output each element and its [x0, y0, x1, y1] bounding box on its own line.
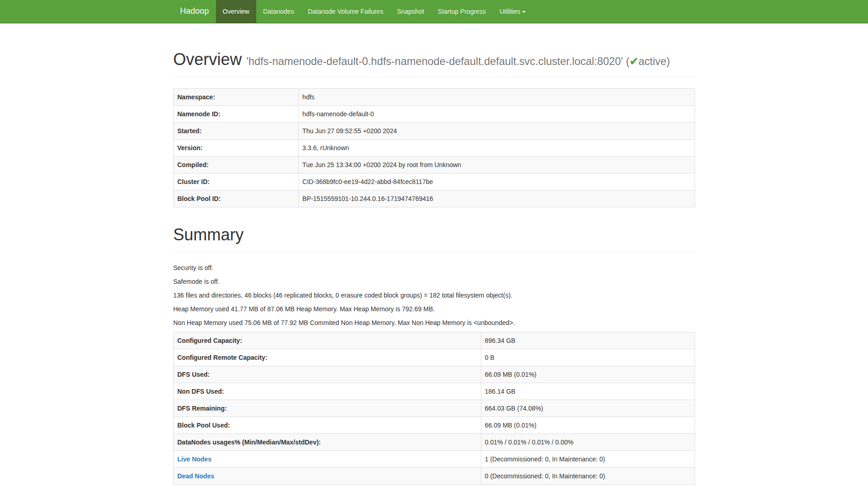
row-value: 0 B [481, 349, 695, 366]
overview-page-header: Overview 'hdfs-namenode-default-0.hdfs-n… [173, 50, 695, 77]
row-label: Configured Capacity: [173, 332, 481, 349]
namenode-state: (✔active) [626, 55, 670, 67]
hadoop-brand[interactable]: Hadoop [173, 0, 216, 23]
cluster-summary-table: Configured Capacity: 896.34 GB Configure… [173, 332, 695, 485]
row-label: Non DFS Used: [173, 383, 481, 400]
row-value: BP-1515559101-10.244.0.16-1719474769416 [298, 190, 695, 207]
row-label: DataNodes usages% (Min/Median/Max/stdDev… [173, 434, 481, 451]
nav-tab-overview: Overview [216, 0, 256, 23]
summary-section-title: Summary [173, 226, 695, 244]
row-value: 186.14 GB [481, 383, 695, 400]
table-row: Configured Capacity: 896.34 GB [173, 332, 695, 349]
row-value: Thu Jun 27 09:52:55 +0200 2024 [298, 122, 695, 139]
row-label: Version: [173, 139, 298, 156]
table-row: DFS Remaining: 664.03 GB (74.08%) [173, 400, 695, 417]
active-check-icon: ✔ [630, 55, 639, 67]
namenode-address: 'hdfs-namenode-default-0.hdfs-namenode-d… [247, 55, 670, 67]
summary-status-text: Security is off. Safemode is off. 136 fi… [173, 263, 695, 327]
nav-tab-startup-progress: Startup Progress [431, 0, 493, 23]
table-row: Configured Remote Capacity: 0 B [173, 349, 695, 366]
table-row: Namespace: hdfs [173, 88, 695, 105]
row-value: 66.09 MB (0.01%) [481, 417, 695, 434]
namenode-info-table: Namespace: hdfs Namenode ID: hdfs-nameno… [173, 88, 695, 207]
table-row: DFS Used: 66.09 MB (0.01%) [173, 366, 695, 383]
row-value: hdfs-namenode-default-0 [298, 105, 695, 122]
nav-tab-startup-progress-link[interactable]: Startup Progress [431, 0, 493, 23]
summary-page-header: Summary [173, 226, 695, 253]
table-row: Block Pool ID: BP-1515559101-10.244.0.16… [173, 190, 695, 207]
row-label: Started: [173, 122, 298, 139]
row-label: Block Pool ID: [173, 190, 298, 207]
row-label: Dead Nodes [173, 468, 481, 485]
row-label: Namenode ID: [173, 105, 298, 122]
row-value: 896.34 GB [481, 332, 695, 349]
nav-tab-overview-link[interactable]: Overview [216, 0, 256, 23]
dead-nodes-link[interactable]: Dead Nodes [178, 472, 215, 480]
non-heap-memory-status: Non Heap Memory used 75.06 MB of 77.92 M… [173, 318, 695, 327]
nav-tab-datanode-volume-failures-link[interactable]: Datanode Volume Failures [301, 0, 390, 23]
row-label: Compiled: [173, 156, 298, 173]
row-label: DFS Remaining: [173, 400, 481, 417]
nav-tab-datanodes-link[interactable]: Datanodes [256, 0, 301, 23]
nav-dropdown-utilities: Utilities [493, 0, 533, 23]
page-title: Overview 'hdfs-namenode-default-0.hdfs-n… [173, 50, 695, 69]
state-label: active [638, 55, 666, 67]
row-value: 66.09 MB (0.01%) [481, 366, 695, 383]
nav-tab-snapshot: Snapshot [390, 0, 431, 23]
row-value: 0 (Decommissioned: 0, In Maintenance: 0) [481, 468, 695, 485]
table-row: Block Pool Used: 66.09 MB (0.01%) [173, 417, 695, 434]
table-row: Version: 3.3.6, rUnknown [173, 139, 695, 156]
row-value: 3.3.6, rUnknown [298, 139, 695, 156]
chevron-down-icon [522, 11, 526, 13]
table-row: Namenode ID: hdfs-namenode-default-0 [173, 105, 695, 122]
main-content: Overview 'hdfs-namenode-default-0.hdfs-n… [167, 50, 702, 485]
row-label: Live Nodes [173, 451, 481, 468]
table-row: Live Nodes 1 (Decommissioned: 0, In Main… [173, 451, 695, 468]
top-navbar: Hadoop Overview Datanodes Datanode Volum… [0, 0, 868, 23]
row-label: Block Pool Used: [173, 417, 481, 434]
table-row: Started: Thu Jun 27 09:52:55 +0200 2024 [173, 122, 695, 139]
row-value: 0.01% / 0.01% / 0.01% / 0.00% [481, 434, 695, 451]
table-row: DataNodes usages% (Min/Median/Max/stdDev… [173, 434, 695, 451]
table-row: Dead Nodes 0 (Decommissioned: 0, In Main… [173, 468, 695, 485]
navbar-menu: Overview Datanodes Datanode Volume Failu… [216, 0, 533, 23]
table-row: Non DFS Used: 186.14 GB [173, 383, 695, 400]
row-value: 1 (Decommissioned: 0, In Maintenance: 0) [481, 451, 695, 468]
row-value: Tue Jun 25 13:34:00 +0200 2024 by root f… [298, 156, 695, 173]
row-label: Cluster ID: [173, 173, 298, 190]
page-title-text: Overview [173, 50, 242, 69]
row-value: CID-368b9fc0-ee19-4d22-abbd-84fcec8117be [298, 173, 695, 190]
row-label: DFS Used: [173, 366, 481, 383]
nav-tab-datanode-volume-failures: Datanode Volume Failures [301, 0, 390, 23]
row-label: Namespace: [173, 88, 298, 105]
utilities-label: Utilities [500, 8, 520, 15]
row-value: 664.03 GB (74.08%) [481, 400, 695, 417]
nav-tab-datanodes: Datanodes [256, 0, 301, 23]
navbar-container: Hadoop Overview Datanodes Datanode Volum… [167, 0, 702, 23]
security-status: Security is off. [173, 263, 695, 272]
live-nodes-link[interactable]: Live Nodes [178, 455, 212, 463]
heap-memory-status: Heap Memory used 41.77 MB of 87.06 MB He… [173, 304, 695, 314]
row-value: hdfs [298, 88, 695, 105]
safemode-status: Safemode is off. [173, 277, 695, 286]
table-row: Compiled: Tue Jun 25 13:34:00 +0200 2024… [173, 156, 695, 173]
nav-tab-snapshot-link[interactable]: Snapshot [390, 0, 431, 23]
row-label: Configured Remote Capacity: [173, 349, 481, 366]
table-row: Cluster ID: CID-368b9fc0-ee19-4d22-abbd-… [173, 173, 695, 190]
nav-dropdown-utilities-link[interactable]: Utilities [493, 0, 533, 23]
filesystem-objects-status: 136 files and directories, 46 blocks (46… [173, 291, 695, 300]
